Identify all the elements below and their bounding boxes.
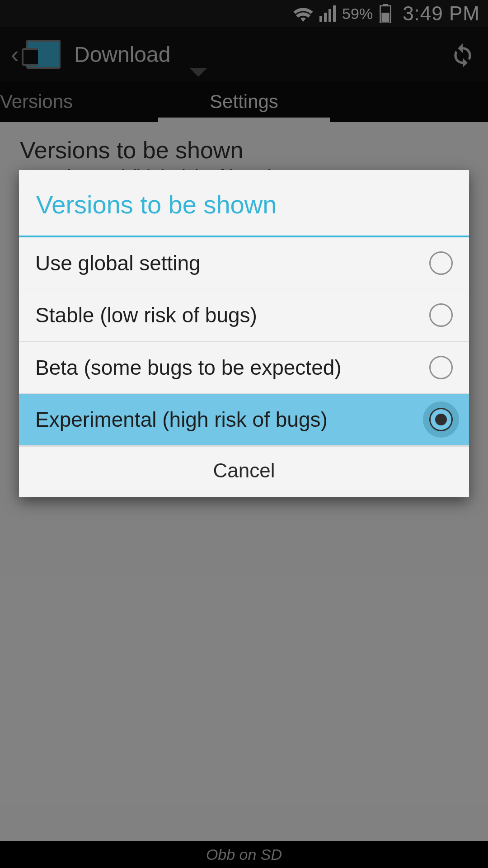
option-label: Beta (some bugs to be expected) — [35, 355, 342, 380]
radio-icon — [429, 303, 453, 327]
option-stable[interactable]: Stable (low risk of bugs) — [19, 289, 469, 341]
dialog-actions: Cancel — [19, 446, 469, 497]
radio-icon — [429, 356, 453, 379]
option-label: Stable (low risk of bugs) — [35, 303, 257, 327]
cancel-button[interactable]: Cancel — [213, 459, 275, 482]
dialog-title: Versions to be shown — [19, 170, 469, 236]
radio-icon — [429, 251, 453, 275]
radio-icon — [429, 408, 453, 431]
option-beta[interactable]: Beta (some bugs to be expected) — [19, 342, 469, 394]
versions-dialog: Versions to be shown Use global setting … — [19, 170, 469, 497]
option-label: Use global setting — [35, 251, 201, 275]
option-use-global-setting[interactable]: Use global setting — [19, 237, 469, 289]
option-experimental[interactable]: Experimental (high risk of bugs) — [19, 394, 469, 446]
option-label: Experimental (high risk of bugs) — [35, 407, 328, 432]
